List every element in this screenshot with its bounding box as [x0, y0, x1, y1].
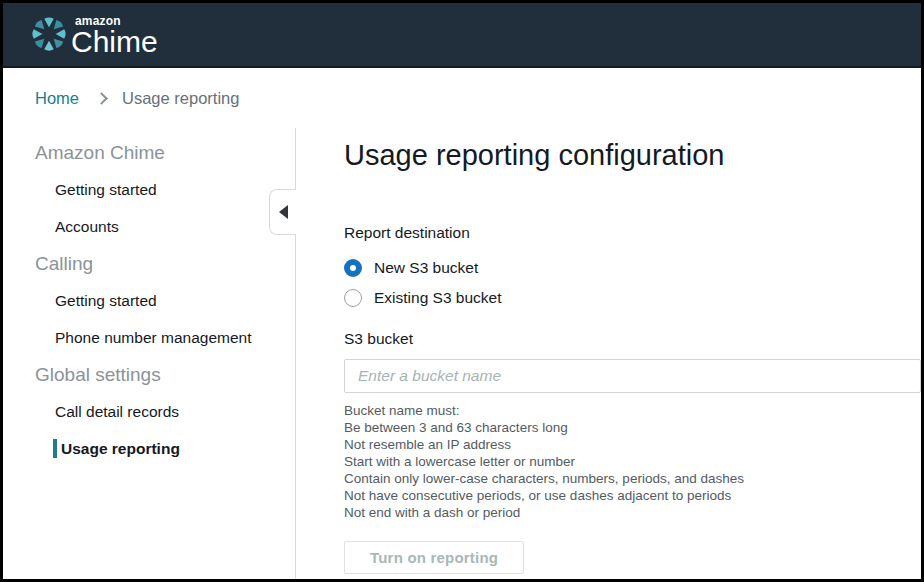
radio-option-new-s3-bucket[interactable]: New S3 bucket — [344, 253, 921, 283]
active-item-indicator-bar — [53, 439, 57, 458]
breadcrumb-chevron-icon — [95, 92, 108, 105]
requirement-line: Start with a lowercase letter or number — [344, 453, 921, 470]
report-destination-radio-group: New S3 bucket Existing S3 bucket — [344, 253, 921, 313]
brand-chime-label: Chime — [71, 27, 158, 57]
sidebar-section-amazon-chime: Amazon Chime — [3, 134, 295, 171]
sidebar-item-getting-started[interactable]: Getting started — [3, 171, 295, 208]
sidebar-collapse-button[interactable] — [269, 189, 296, 235]
sidebar-nav: Amazon Chime Getting started Accounts Ca… — [3, 128, 296, 579]
page-title: Usage reporting configuration — [344, 136, 921, 174]
s3-bucket-label: S3 bucket — [344, 330, 921, 348]
radio-selected-icon[interactable] — [344, 259, 362, 277]
chime-pinwheel-icon — [30, 15, 68, 53]
requirement-line: Not resemble an IP address — [344, 436, 921, 453]
requirement-line: Contain only lower-case characters, numb… — [344, 470, 921, 487]
breadcrumb-current-page: Usage reporting — [122, 89, 239, 108]
radio-option-existing-s3-bucket[interactable]: Existing S3 bucket — [344, 283, 921, 313]
radio-unselected-icon[interactable] — [344, 289, 362, 307]
requirement-line: Bucket name must: — [344, 402, 921, 419]
collapse-left-arrow-icon — [279, 205, 288, 219]
sidebar-section-global-settings: Global settings — [3, 356, 295, 393]
sidebar-item-call-detail-records[interactable]: Call detail records — [3, 393, 295, 430]
top-navbar: amazon Chime — [3, 3, 921, 68]
report-destination-label: Report destination — [344, 224, 921, 242]
sidebar-item-phone-number-management[interactable]: Phone number management — [3, 319, 295, 356]
sidebar-section-calling: Calling — [3, 245, 295, 282]
chime-brand-logo[interactable]: amazon Chime — [30, 13, 158, 57]
bucket-name-input[interactable] — [344, 359, 921, 393]
turn-on-reporting-button[interactable]: Turn on reporting — [344, 541, 524, 574]
breadcrumb: Home Usage reporting — [3, 68, 921, 128]
breadcrumb-home-link[interactable]: Home — [35, 89, 79, 108]
main-content: Usage reporting configuration Report des… — [296, 128, 921, 579]
requirement-line: Not end with a dash or period — [344, 504, 921, 521]
bucket-name-requirements: Bucket name must: Be between 3 and 63 ch… — [344, 402, 921, 521]
requirement-line: Be between 3 and 63 characters long — [344, 419, 921, 436]
sidebar-item-usage-reporting[interactable]: Usage reporting — [3, 430, 295, 467]
requirement-line: Not have consecutive periods, or use das… — [344, 487, 921, 504]
chime-console-window: amazon Chime Home Usage reporting Amazon… — [0, 0, 924, 582]
sidebar-item-accounts[interactable]: Accounts — [3, 208, 295, 245]
sidebar-item-calling-getting-started[interactable]: Getting started — [3, 282, 295, 319]
